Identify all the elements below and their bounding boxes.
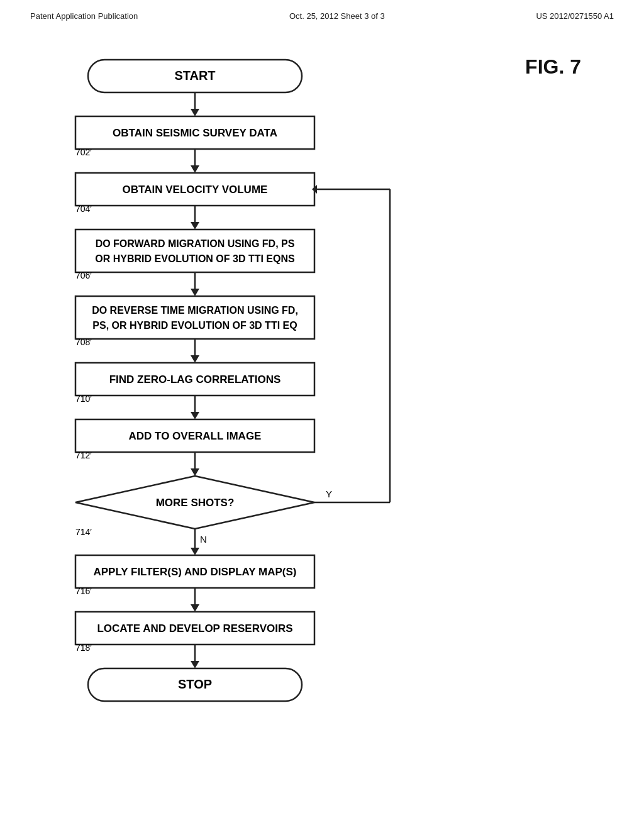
node-712-label: 712′ [75,450,92,460]
svg-rect-9 [75,230,314,272]
node-712-text: ADD TO OVERALL IMAGE [129,430,262,442]
node-704-text: OBTAIN VELOCITY VOLUME [123,184,268,196]
stop-label: STOP [178,677,212,691]
node-714-text: MORE SHOTS? [156,497,235,509]
svg-marker-32 [191,661,199,668]
node-702-text: OBTAIN SEISMIC SURVEY DATA [113,127,277,139]
node-716-label: 716′ [75,586,92,596]
start-label: START [174,69,215,82]
svg-marker-14 [191,355,199,363]
svg-marker-20 [191,468,199,476]
node-706-label: 706′ [75,270,92,280]
figure-label: FIG. 7 [525,55,581,79]
page-header: Patent Application Publication Oct. 25, … [0,0,644,21]
svg-marker-2 [191,109,199,116]
flowchart-diagram: START OBTAIN SEISMIC SURVEY DATA 702′ OB… [38,53,509,808]
node-706-text-2: OR HYBRID EVOLUTION OF 3D TTI EQNS [95,253,295,264]
node-708-text-2: PS, OR HYBRID EVOLUTION OF 3D TTI EQ [92,320,297,331]
svg-marker-8 [191,222,199,230]
svg-marker-22 [191,548,199,555]
svg-marker-17 [191,412,199,419]
node-702-label: 702′ [75,147,92,157]
node-704-label: 704′ [75,204,92,214]
svg-marker-5 [191,165,199,173]
node-710-text: FIND ZERO-LAG CORRELATIONS [109,374,281,385]
node-714-label: 714′ [75,527,92,537]
node-716-text: APPLY FILTER(S) AND DISPLAY MAP(S) [93,566,296,578]
node-710-label: 710′ [75,394,92,404]
svg-marker-11 [191,289,199,296]
header-left: Patent Application Publication [30,11,138,21]
node-708-text-1: DO REVERSE TIME MIGRATION USING FD, [92,305,298,316]
yes-label: Y [326,489,332,499]
svg-marker-29 [191,604,199,612]
node-706-text-1: DO FORWARD MIGRATION USING FD, PS [96,238,295,249]
header-center: Oct. 25, 2012 Sheet 3 of 3 [289,11,385,21]
node-708-label: 708′ [75,337,92,347]
no-label: N [200,534,207,545]
svg-rect-12 [75,296,314,339]
node-718-text: LOCATE AND DEVELOP RESERVOIRS [97,622,292,634]
node-718-label: 718′ [75,643,92,653]
header-right: US 2012/0271550 A1 [536,11,614,21]
